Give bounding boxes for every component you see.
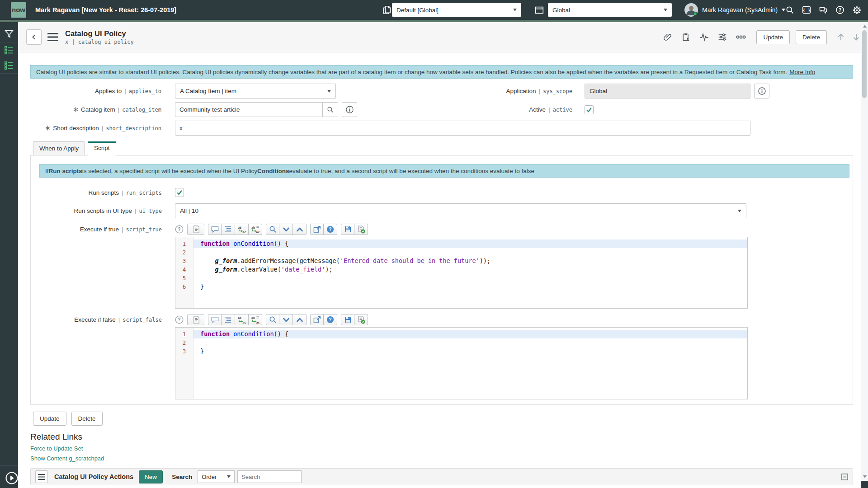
- update-set-select[interactable]: Default [Global]: [392, 3, 521, 17]
- form-header-bar: Catalog UI Policy x | catalog_ui_policy …: [18, 22, 868, 52]
- attachment-icon[interactable]: [663, 33, 672, 42]
- scroll-up-arrow[interactable]: [863, 25, 867, 28]
- find-icon[interactable]: [266, 224, 279, 235]
- history-list-icon[interactable]: [4, 61, 14, 70]
- catalog-item-input[interactable]: [175, 102, 323, 117]
- avatar: [684, 3, 698, 17]
- collapse-icon[interactable]: [841, 474, 848, 480]
- svg-text:?: ?: [178, 227, 180, 232]
- delete-button[interactable]: Delete: [796, 30, 827, 44]
- gear-icon[interactable]: [852, 5, 862, 15]
- comment-icon[interactable]: [208, 224, 222, 235]
- delete-button-bottom[interactable]: Delete: [71, 412, 103, 426]
- field-help-icon[interactable]: ?: [175, 315, 184, 324]
- previous-record-icon[interactable]: [836, 33, 845, 42]
- svg-text:ab: ab: [238, 226, 241, 230]
- tab-when-to-apply[interactable]: When to Apply: [33, 141, 85, 155]
- active-checkbox[interactable]: [585, 105, 594, 114]
- svg-text:?: ?: [839, 7, 842, 13]
- related-links-title: Related Links: [30, 432, 861, 442]
- clipboard-icon[interactable]: [681, 33, 690, 42]
- field-label-ui-type: Run scripts in UI typeui_type: [31, 207, 162, 214]
- activity-stream-icon[interactable]: [699, 33, 709, 42]
- field-label-short-description: Short descriptionshort_description: [30, 125, 161, 131]
- field-label-catalog-item: Catalog itemcatalog_item: [30, 106, 161, 113]
- field-label-script-false: Execute if falsescript_false: [31, 316, 162, 323]
- open-window-icon[interactable]: [310, 314, 324, 325]
- vertical-scrollbar[interactable]: [861, 22, 868, 488]
- reference-lookup-button[interactable]: [323, 102, 338, 117]
- search-column-select[interactable]: Order: [198, 470, 235, 483]
- chat-icon[interactable]: [819, 5, 828, 15]
- new-button[interactable]: New: [139, 470, 163, 483]
- scrollbar-thumb[interactable]: [862, 30, 867, 98]
- personalize-icon[interactable]: [718, 33, 727, 42]
- catalog-item-info-button[interactable]: [342, 102, 357, 117]
- related-list-search-input[interactable]: [237, 470, 302, 483]
- scroll-down-arrow[interactable]: [863, 475, 867, 478]
- syntax-check-icon[interactable]: [354, 224, 368, 235]
- svg-text:?: ?: [178, 317, 180, 322]
- find-next-icon[interactable]: [279, 224, 293, 235]
- form-context-menu-icon[interactable]: [47, 33, 58, 42]
- tab-script[interactable]: Script: [88, 141, 116, 155]
- svg-text:{ }: { }: [803, 8, 811, 13]
- field-label-active: Activeactive: [470, 106, 572, 113]
- replace-icon[interactable]: abac: [235, 314, 249, 325]
- favorites-list-icon[interactable]: [4, 46, 14, 55]
- user-menu[interactable]: Mark Ragavan (SysAdmin): [684, 3, 785, 17]
- top-nav-bar: now Mark Ragavan [New York - Reset: 26-0…: [0, 0, 868, 20]
- chevron-down-icon: [227, 475, 231, 478]
- syntax-editor-toggle-icon[interactable]: [187, 224, 204, 235]
- save-icon[interactable]: [341, 224, 354, 235]
- script-false-editor[interactable]: 123 function onCondition() { }: [175, 327, 748, 399]
- script-true-editor[interactable]: 123456 function onCondition() { g_form.a…: [175, 237, 748, 309]
- format-code-icon[interactable]: [222, 224, 235, 235]
- format-code-icon[interactable]: [222, 314, 235, 325]
- find-previous-icon[interactable]: [293, 224, 307, 235]
- replace-icon[interactable]: abac: [235, 224, 249, 235]
- ui-type-select[interactable]: All | 10: [175, 203, 746, 218]
- mandatory-icon: [73, 107, 78, 112]
- page-title: Catalog UI Policy: [65, 29, 134, 38]
- search-icon[interactable]: [785, 5, 794, 15]
- code-braces-icon[interactable]: { }: [802, 5, 811, 15]
- next-record-icon[interactable]: [852, 33, 861, 42]
- save-icon[interactable]: [341, 314, 354, 325]
- info-icon: [758, 87, 766, 95]
- application-info-button[interactable]: [754, 84, 769, 99]
- find-icon[interactable]: [266, 314, 279, 325]
- code-area[interactable]: function onCondition() { g_form.addError…: [193, 237, 747, 308]
- svg-text:ac: ac: [242, 230, 246, 233]
- more-options-icon[interactable]: [736, 35, 746, 39]
- code-area[interactable]: function onCondition() { }: [193, 328, 747, 399]
- applies-to-select[interactable]: A Catalog Item | item: [175, 84, 336, 99]
- replace-all-icon[interactable]: abac: [249, 224, 262, 235]
- related-list-menu-icon[interactable]: [35, 470, 48, 483]
- help-icon[interactable]: ?: [835, 5, 844, 15]
- replace-all-icon[interactable]: abac: [249, 314, 262, 325]
- find-previous-icon[interactable]: [293, 314, 307, 325]
- find-next-icon[interactable]: [279, 314, 293, 325]
- filter-navigator-icon[interactable]: [4, 29, 14, 39]
- syntax-check-icon[interactable]: [354, 314, 368, 325]
- embedded-help-play-icon[interactable]: [5, 471, 19, 485]
- update-button[interactable]: Update: [756, 30, 790, 44]
- syntax-editor-toggle-icon[interactable]: [187, 314, 204, 325]
- run-scripts-checkbox[interactable]: [175, 188, 184, 197]
- editor-help-icon[interactable]: ?: [324, 314, 337, 325]
- sidebar-divider: [0, 73, 18, 74]
- comment-icon[interactable]: [208, 314, 222, 325]
- field-help-icon[interactable]: ?: [175, 225, 184, 234]
- editor-help-icon[interactable]: ?: [324, 224, 337, 235]
- application-select[interactable]: Global: [548, 3, 672, 17]
- update-button-bottom[interactable]: Update: [33, 412, 66, 426]
- back-button[interactable]: [26, 29, 42, 45]
- more-info-link[interactable]: More Info: [789, 69, 815, 75]
- chevron-down-icon: [327, 90, 331, 93]
- related-list-header: Catalog UI Policy Actions New Search Ord…: [30, 468, 853, 485]
- related-link-force-update-set[interactable]: Force to Update Set: [30, 445, 861, 452]
- related-link-show-scratchpad[interactable]: Show Content g_scratchpad: [30, 455, 861, 462]
- short-description-input[interactable]: [175, 121, 750, 136]
- open-window-icon[interactable]: [310, 224, 324, 235]
